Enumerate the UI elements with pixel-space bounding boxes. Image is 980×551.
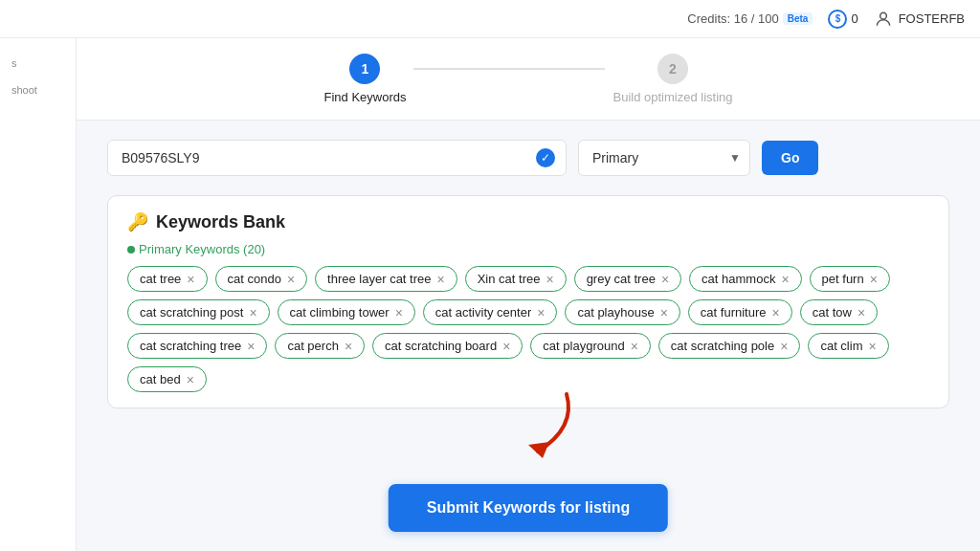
tag-remove-icon[interactable]: × [660,306,668,320]
coins-display: $ 0 [828,10,858,29]
tag-item: cat scratching board× [372,333,523,359]
tag-remove-icon[interactable]: × [631,340,638,353]
tag-label: cat bed [140,372,181,386]
tag-label: cat furniture [701,305,767,320]
arrow-annotation [490,389,605,470]
step-2: 2 Build optimized listing [612,54,732,104]
user-display[interactable]: FOSTERFB [874,10,965,29]
tag-remove-icon[interactable]: × [661,273,669,286]
tag-remove-icon[interactable]: × [781,273,789,286]
credits-display: Credits: 16 / 100 Beta [687,11,813,26]
username-label: FOSTERFB [899,11,965,26]
tag-label: grey cat tree [587,272,656,286]
tag-label: cat climbing tower [290,305,390,320]
svg-point-0 [880,12,886,19]
tags-container: cat tree×cat condo×three layer cat tree×… [127,266,929,392]
tag-label: cat playground [543,339,624,353]
go-button[interactable]: Go [762,141,818,175]
sidebar: s shoot [0,38,77,551]
stepper-container: 1 Find Keywords 2 Build optimized listin… [324,54,733,104]
tag-label: cat activity center [435,305,531,320]
step-2-label: Build optimized listing [612,90,732,104]
credits-text: Credits: 16 / 100 [687,11,778,26]
tag-label: cat tree [140,272,181,286]
tag-remove-icon[interactable]: × [437,273,445,286]
tag-remove-icon[interactable]: × [537,306,545,320]
keywords-bank: 🔑 Keywords Bank Primary Keywords (20) ca… [107,195,949,408]
coin-icon: $ [828,10,847,29]
step-1-label: Find Keywords [324,90,407,104]
tag-item: cat activity center× [423,299,558,325]
tag-label: cat clim [820,339,862,353]
asin-input-wrapper: ✓ [107,140,567,176]
tag-remove-icon[interactable]: × [772,306,780,320]
tag-item: cat tow× [800,299,878,325]
submit-area: Submit Keywords for listing [389,484,668,532]
tag-label: pet furn [822,272,864,286]
tag-remove-icon[interactable]: × [870,273,878,286]
tag-remove-icon[interactable]: × [858,306,865,320]
tag-label: cat scratching post [140,305,243,320]
tag-label: three layer cat tree [327,272,431,286]
submit-button[interactable]: Submit Keywords for listing [389,484,668,532]
keywords-bank-title: Keywords Bank [156,212,285,232]
tag-label: cat scratching tree [140,339,241,353]
tag-item: cat scratching tree× [127,333,267,359]
asin-input[interactable] [107,140,567,176]
tag-item: Xin cat tree× [465,266,567,292]
tag-label: cat tow [813,305,852,320]
header: Credits: 16 / 100 Beta $ 0 FOSTERFB [0,0,980,38]
tag-item: cat clim× [808,333,888,359]
tag-label: cat perch [287,339,338,353]
user-icon [874,10,893,29]
beta-badge: Beta [783,12,813,25]
arrow-svg [490,389,605,466]
tag-remove-icon[interactable]: × [868,340,876,353]
tag-item: pet furn× [810,266,890,292]
step-1-circle: 1 [349,54,380,84]
keywords-bank-header: 🔑 Keywords Bank [127,211,929,232]
tag-item: cat climbing tower× [278,299,415,325]
primary-keywords-text: Primary Keywords (20) [139,242,265,256]
tag-label: cat condo [228,272,281,286]
tag-item: cat playhouse× [565,299,679,325]
market-select-wrapper: Primary Secondary ▼ [578,140,750,176]
tag-remove-icon[interactable]: × [546,273,553,286]
tag-remove-icon[interactable]: × [395,306,403,320]
market-select[interactable]: Primary Secondary [578,140,750,176]
tag-item: cat furniture× [688,299,792,325]
tag-remove-icon[interactable]: × [187,273,194,286]
tag-item: three layer cat tree× [315,266,457,292]
tag-remove-icon[interactable]: × [345,340,352,353]
tag-item: cat tree× [127,266,208,292]
key-icon: 🔑 [127,211,148,232]
tag-remove-icon[interactable]: × [247,340,255,353]
tag-label: Xin cat tree [478,272,541,286]
step-1-number: 1 [362,61,369,77]
tag-item: cat playground× [530,333,650,359]
primary-keywords-label: Primary Keywords (20) [127,242,929,256]
sidebar-item-shoot: shoot [8,80,41,99]
tag-remove-icon[interactable]: × [287,273,295,286]
sidebar-item-s: s [8,54,21,73]
svg-marker-1 [528,442,549,458]
check-icon: ✓ [536,148,555,167]
main-content: 1 Find Keywords 2 Build optimized listin… [77,38,980,551]
tag-item: cat scratching post× [127,299,270,325]
tag-item: cat perch× [275,333,365,359]
tag-label: cat scratching board [385,339,497,353]
tag-item: cat hammock× [689,266,802,292]
tag-item: grey cat tree× [574,266,681,292]
tag-remove-icon[interactable]: × [502,340,510,353]
tag-label: cat hammock [702,272,775,286]
input-row: ✓ Primary Secondary ▼ Go [107,140,949,176]
coins-value: 0 [851,11,858,26]
green-dot [127,246,135,253]
step-2-circle: 2 [657,54,688,84]
tag-label: cat scratching pole [671,339,774,353]
tag-remove-icon[interactable]: × [187,373,194,386]
step-2-number: 2 [669,61,677,77]
tag-remove-icon[interactable]: × [780,340,788,353]
tag-remove-icon[interactable]: × [249,306,256,320]
tag-label: cat playhouse [577,305,654,320]
